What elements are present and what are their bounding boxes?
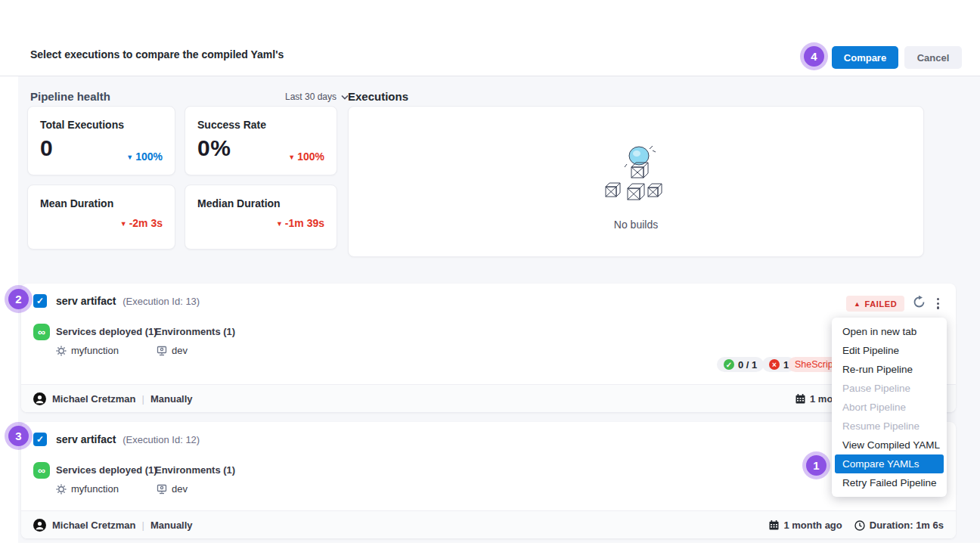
metric-card-median-duration: Median Duration ▼ -1m 39s: [185, 185, 337, 250]
execution-title: serv artifact (Execution Id: 13): [56, 295, 200, 307]
service-item: myfunction: [56, 345, 119, 356]
metric-card-mean-duration: Mean Duration ▼ -2m 3s: [27, 185, 175, 250]
execution-footer: Michael Cretzman | Manually 1 month ago …: [21, 510, 956, 538]
execution-footer: Michael Cretzman | Manually 1 mo: [21, 384, 956, 412]
pipeline-name: serv artifact: [56, 433, 116, 445]
menu-item-pause-pipeline: Pause Pipeline: [832, 379, 947, 398]
execution-title: serv artifact (Execution Id: 12): [56, 433, 200, 445]
clock-icon: [854, 520, 865, 531]
footer-divider: |: [142, 393, 144, 405]
services-deployed-label: Services deployed (1): [56, 464, 157, 476]
metric-label: Mean Duration: [40, 197, 113, 209]
executions-empty-card: No builds: [348, 106, 924, 257]
metric-label: Median Duration: [197, 197, 281, 209]
execution-row-13[interactable]: ✓ serv artifact (Execution Id: 13) ∞ Ser…: [21, 284, 956, 412]
environment-item: dev: [157, 483, 188, 495]
environment-icon: [157, 346, 167, 356]
top-action-bar: Select executions to compare the compile…: [0, 0, 980, 76]
status-badge-failed: ▲ FAILED: [846, 296, 904, 312]
no-builds-illustration: [600, 144, 672, 208]
execution-checkbox[interactable]: ✓: [33, 294, 47, 308]
rerun-icon[interactable]: [912, 295, 926, 309]
duration: Duration: 1m 6s: [854, 520, 944, 531]
empty-state: No builds: [349, 144, 923, 231]
trend-down-icon: ▼: [288, 154, 295, 161]
time-ago: 1 mo: [795, 393, 833, 405]
menu-item-open-in-new-tab[interactable]: Open in new tab: [832, 322, 947, 341]
gear-icon: [56, 346, 67, 356]
calendar-icon: [795, 394, 805, 404]
pipeline-health-title: Pipeline health: [30, 90, 110, 103]
execution-id: (Execution Id: 12): [122, 434, 200, 445]
menu-item-resume-pipeline: Resume Pipeline: [832, 417, 947, 436]
menu-item-rerun-pipeline[interactable]: Re-run Pipeline: [832, 360, 947, 379]
metric-delta: ▼ -1m 39s: [276, 217, 324, 229]
service-name: myfunction: [71, 483, 119, 495]
footer-divider: |: [142, 520, 144, 531]
cd-module-icon: ∞: [33, 324, 50, 340]
avatar-icon: [33, 519, 46, 532]
menu-item-abort-pipeline: Abort Pipeline: [832, 398, 947, 417]
empty-message: No builds: [614, 219, 658, 231]
metric-card-success-rate: Success Rate 0% ▼ 100%: [185, 106, 337, 175]
pipeline-name: serv artifact: [56, 295, 116, 307]
service-item: myfunction: [56, 483, 119, 495]
environment-item: dev: [157, 345, 188, 356]
environment-name: dev: [172, 483, 188, 495]
avatar-icon: [33, 392, 46, 405]
execution-id: (Execution Id: 13): [122, 296, 200, 307]
annotation-step-4: 4: [804, 46, 824, 67]
trend-down-icon: ▼: [120, 220, 127, 228]
author-name: Michael Cretzman: [52, 393, 136, 405]
time-range-select[interactable]: Last 30 days: [285, 92, 349, 102]
metric-delta: ▼ 100%: [126, 150, 163, 163]
menu-item-view-compiled-yaml[interactable]: View Compiled YAML: [832, 436, 947, 454]
environments-label: Environments (1): [155, 326, 235, 337]
success-check-icon: ✓: [724, 359, 734, 370]
metric-value: 0%: [197, 135, 231, 161]
execution-row-12[interactable]: ✓ serv artifact (Execution Id: 12) ∞ Ser…: [21, 422, 956, 538]
metric-value: 0: [40, 135, 53, 161]
environments-label: Environments (1): [155, 464, 235, 476]
time-range-label: Last 30 days: [285, 92, 336, 102]
calendar-icon: [769, 520, 779, 530]
cd-module-icon: ∞: [33, 462, 50, 479]
menu-item-retry-failed-pipeline[interactable]: Retry Failed Pipeline: [832, 473, 947, 492]
annotation-step-1: 1: [806, 455, 826, 476]
warning-triangle-icon: ▲: [854, 300, 861, 308]
page: Select executions to compare the compile…: [0, 0, 980, 549]
annotation-step-3: 3: [8, 426, 29, 446]
execution-checkbox[interactable]: ✓: [33, 433, 47, 446]
compare-button[interactable]: Compare: [832, 46, 898, 69]
trigger-type: Manually: [150, 393, 193, 405]
gear-icon: [56, 484, 67, 495]
environment-icon: [157, 484, 167, 495]
time-ago: 1 month ago: [769, 520, 842, 531]
trigger-type: Manually: [150, 520, 193, 531]
more-options-icon[interactable]: [935, 296, 941, 312]
stages-success-pill: ✓ 0 / 1: [717, 357, 764, 372]
trend-down-icon: ▼: [126, 154, 133, 161]
execution-context-menu: Open in new tab Edit Pipeline Re-run Pip…: [832, 318, 947, 497]
menu-item-compare-yamls[interactable]: Compare YAMLs: [835, 454, 944, 473]
service-name: myfunction: [71, 345, 119, 356]
author-name: Michael Cretzman: [52, 520, 136, 531]
failed-x-icon: ×: [769, 359, 780, 370]
environment-name: dev: [172, 345, 188, 356]
annotation-step-2: 2: [8, 289, 29, 309]
menu-item-edit-pipeline[interactable]: Edit Pipeline: [832, 341, 947, 360]
metric-card-total-executions: Total Executions 0 ▼ 100%: [27, 106, 175, 175]
metric-delta: ▼ 100%: [288, 150, 324, 163]
trend-down-icon: ▼: [276, 220, 283, 228]
executions-title: Executions: [348, 90, 408, 103]
cancel-button[interactable]: Cancel: [904, 46, 962, 69]
metric-label: Total Executions: [40, 119, 124, 131]
metric-delta: ▼ -2m 3s: [120, 217, 163, 229]
metric-label: Success Rate: [197, 119, 266, 131]
services-deployed-label: Services deployed (1): [56, 326, 157, 337]
page-title: Select executions to compare the compile…: [30, 48, 284, 60]
